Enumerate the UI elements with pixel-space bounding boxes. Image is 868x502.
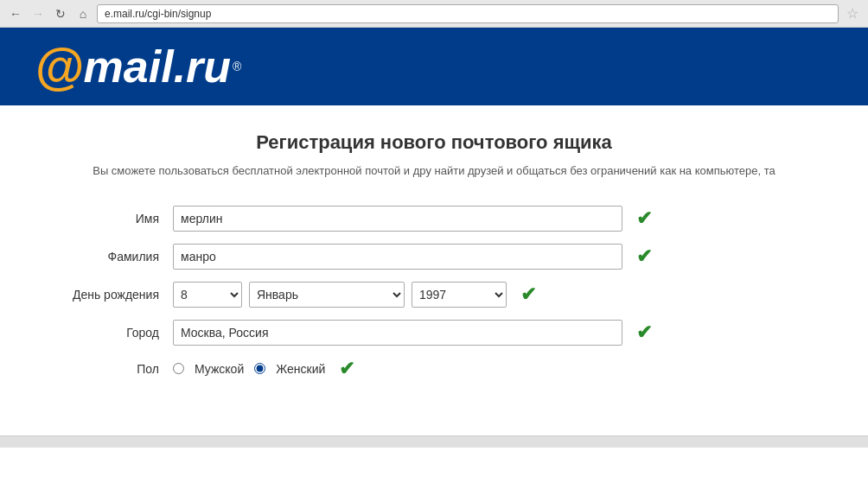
birthday-label: День рождения <box>35 288 173 302</box>
city-row: Город ✔ <box>35 320 833 346</box>
registration-form: Имя ✔ Фамилия ✔ День рождения 8 Январь <box>35 206 833 380</box>
month-select[interactable]: Январь Февраль Март Апрель Май Июнь Июль… <box>249 282 405 308</box>
logo-ru-text: ru <box>186 41 231 92</box>
home-button[interactable]: ⌂ <box>74 5 92 22</box>
city-label: Город <box>35 326 173 340</box>
last-name-label: Фамилия <box>35 250 173 264</box>
first-name-label: Имя <box>35 212 173 226</box>
back-button[interactable]: ← <box>7 5 24 22</box>
gender-options: Мужской Женский <box>173 362 325 376</box>
browser-toolbar: ← → ↻ ⌂ ☆ <box>0 0 868 28</box>
birthday-field: 8 Январь Февраль Март Апрель Май Июнь Ию… <box>173 282 833 308</box>
city-input[interactable] <box>173 320 622 346</box>
page-title: Регистрация нового почтового ящика <box>35 131 833 154</box>
city-field: ✔ <box>173 320 833 346</box>
city-checkmark: ✔ <box>636 321 652 344</box>
page-content: Регистрация нового почтового ящика Вы см… <box>0 105 868 418</box>
last-name-checkmark: ✔ <box>636 245 652 268</box>
logo-registered-mark: ® <box>233 60 241 73</box>
first-name-row: Имя ✔ <box>35 206 833 232</box>
address-bar[interactable] <box>97 4 839 23</box>
mailru-logo: @ mail . ru ® <box>35 41 241 92</box>
last-name-input[interactable] <box>173 244 622 270</box>
first-name-checkmark: ✔ <box>636 207 652 230</box>
last-name-row: Фамилия ✔ <box>35 244 833 270</box>
page-subtitle: Вы сможете пользоваться бесплатной элект… <box>35 162 833 180</box>
gender-row: Пол Мужской Женский ✔ <box>35 358 833 380</box>
last-name-field: ✔ <box>173 244 833 270</box>
year-select[interactable]: 1997 <box>412 282 507 308</box>
first-name-input[interactable] <box>173 206 622 232</box>
gender-male-radio[interactable] <box>173 363 184 374</box>
refresh-button[interactable]: ↻ <box>52 5 69 22</box>
gender-field: Мужской Женский ✔ <box>173 358 833 380</box>
bookmark-star-icon[interactable]: ☆ <box>844 5 861 22</box>
first-name-field: ✔ <box>173 206 833 232</box>
gender-checkmark: ✔ <box>339 358 354 380</box>
horizontal-scrollbar[interactable] <box>0 435 868 448</box>
logo-at-symbol: @ <box>35 41 84 92</box>
logo-mail-text: mail <box>84 44 174 89</box>
day-select[interactable]: 8 <box>173 282 242 308</box>
site-header: @ mail . ru ® <box>0 28 868 105</box>
gender-male-label: Мужской <box>195 362 244 376</box>
birthday-row: День рождения 8 Январь Февраль Март Апре… <box>35 282 833 308</box>
gender-female-label: Женский <box>276 362 325 376</box>
gender-label: Пол <box>35 362 173 376</box>
forward-button[interactable]: → <box>29 5 47 22</box>
gender-female-radio[interactable] <box>254 363 265 374</box>
birthday-checkmark: ✔ <box>520 283 536 306</box>
logo-dot: . <box>174 41 186 92</box>
